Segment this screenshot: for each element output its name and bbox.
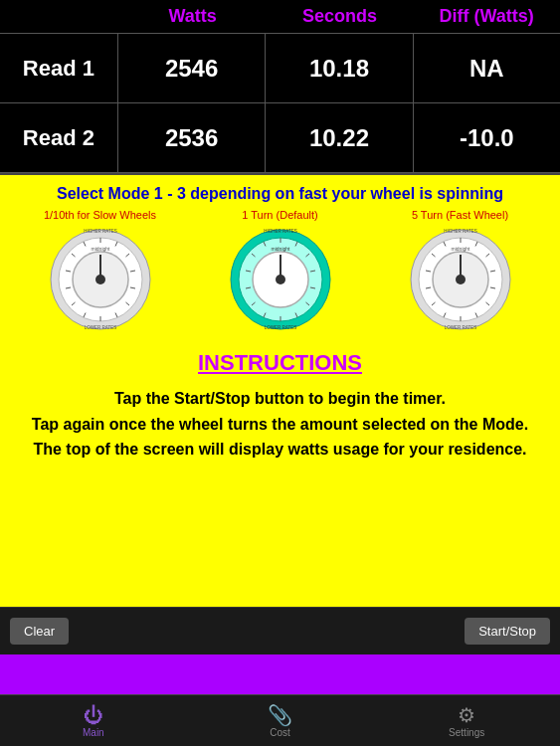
instructions-title: INSTRUCTIONS — [198, 350, 362, 376]
instructions-line-2: Tap again once the wheel turns the amoun… — [32, 416, 528, 433]
svg-text:midnight: midnight — [271, 246, 290, 252]
row1-diff: NA — [414, 34, 560, 102]
mode-1-label: 1/10th for Slow Wheels — [44, 209, 156, 221]
row2-watts: 2536 — [118, 103, 266, 172]
row2-label: Read 2 — [0, 103, 118, 172]
tab-main[interactable]: ⏻ Main — [0, 704, 187, 738]
table-row: Read 2 2536 10.22 -10.0 — [0, 103, 560, 173]
svg-text:LOWER RATES: LOWER RATES — [444, 325, 475, 330]
tab-cost-label: Cost — [270, 727, 290, 738]
mode-2-item[interactable]: 1 Turn (Default) midnight — [190, 209, 370, 334]
row2-seconds: 10.22 — [266, 103, 413, 172]
tab-cost[interactable]: 📎 Cost — [187, 703, 374, 738]
power-icon: ⏻ — [84, 704, 103, 727]
header-seconds: Seconds — [267, 0, 414, 33]
svg-text:HIGHER RATES: HIGHER RATES — [444, 229, 476, 234]
row1-label: Read 1 — [0, 34, 118, 102]
tab-bar: ⏻ Main 📎 Cost ⚙ Settings — [0, 694, 560, 746]
cost-icon: 📎 — [268, 703, 292, 727]
row1-seconds: 10.18 — [266, 34, 413, 102]
header-watts: Watts — [119, 0, 267, 33]
mode-2-label: 1 Turn (Default) — [242, 209, 317, 221]
row1-watts: 2546 — [118, 34, 266, 102]
mode-1-dial: midnight — [46, 225, 155, 334]
table-header-row: Watts Seconds Diff (Watts) — [0, 0, 560, 34]
data-table: Watts Seconds Diff (Watts) Read 1 2546 1… — [0, 0, 560, 175]
tab-settings[interactable]: ⚙ Settings — [373, 703, 560, 738]
mode-selector-row: 1/10th for Slow Wheels midnight — [10, 209, 550, 334]
gear-icon: ⚙ — [458, 703, 475, 727]
yellow-content-area: Select Mode 1 - 3 depending on fast your… — [0, 175, 560, 607]
table-row: Read 1 2546 10.18 NA — [0, 34, 560, 103]
svg-text:HIGHER RATES: HIGHER RATES — [264, 229, 296, 234]
mode-title: Select Mode 1 - 3 depending on fast your… — [57, 185, 503, 203]
svg-text:LOWER RATES: LOWER RATES — [264, 325, 295, 330]
tab-settings-label: Settings — [449, 727, 484, 738]
svg-text:LOWER RATES: LOWER RATES — [84, 325, 115, 330]
purple-bar — [0, 654, 560, 694]
svg-text:midnight: midnight — [451, 246, 470, 252]
svg-text:HIGHER RATES: HIGHER RATES — [84, 229, 116, 234]
start-stop-button[interactable]: Start/Stop — [465, 618, 550, 645]
mode-3-item[interactable]: 5 Turn (Fast Wheel) midnight — [370, 209, 550, 334]
clear-button[interactable]: Clear — [10, 618, 69, 645]
instructions-body: Tap the Start/Stop button to begin the t… — [22, 386, 538, 463]
mode-2-dial: midnight — [226, 225, 335, 334]
mode-1-item[interactable]: 1/10th for Slow Wheels midnight — [10, 209, 190, 334]
header-diff: Diff (Watts) — [413, 0, 560, 33]
instructions-line-3: The top of the screen will display watts… — [33, 441, 526, 458]
svg-text:midnight: midnight — [91, 246, 110, 252]
instructions-line-1: Tap the Start/Stop button to begin the t… — [114, 390, 446, 407]
header-empty — [0, 0, 119, 33]
row2-diff: -10.0 — [414, 103, 560, 172]
action-bar: Clear Start/Stop — [0, 607, 560, 654]
mode-3-dial: midnight — [406, 225, 515, 334]
mode-3-label: 5 Turn (Fast Wheel) — [412, 209, 508, 221]
tab-main-label: Main — [83, 727, 104, 738]
